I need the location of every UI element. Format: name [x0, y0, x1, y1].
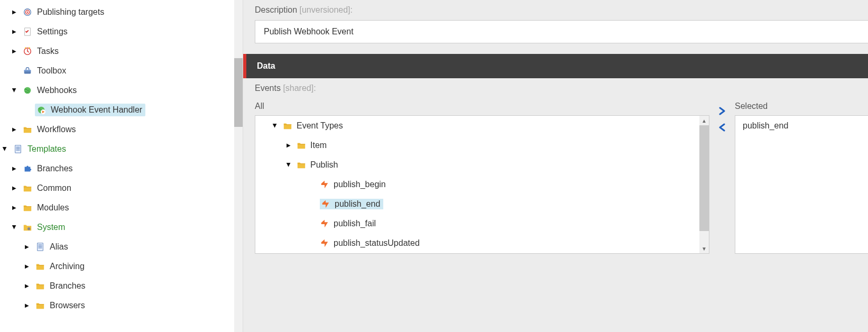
- tree-item-label: Settings: [37, 27, 68, 36]
- svg-point-5: [25, 47, 26, 49]
- dual-list-selected-column: Selected publish_end: [735, 102, 868, 254]
- event-tree-item-label: publish_fail: [334, 219, 376, 228]
- tree-item-workflows[interactable]: Workflows: [0, 119, 243, 139]
- dual-list-all-column: All Event TypesItemPublishpublish_beginp…: [255, 102, 709, 254]
- svg-rect-8: [24, 70, 31, 71]
- folder-icon: [22, 124, 33, 135]
- tree-item-label: Branches: [50, 281, 86, 291]
- event-tree-item-label: publish_end: [335, 199, 380, 209]
- tree-item-archiving[interactable]: Archiving: [0, 256, 243, 276]
- event-tree-item-label: Item: [310, 141, 327, 150]
- tree-item-alias[interactable]: Alias: [0, 237, 243, 256]
- caret-right-icon[interactable]: [11, 126, 18, 132]
- description-flag: [unversioned]: [299, 5, 350, 14]
- selected-items-box[interactable]: publish_end: [735, 115, 868, 254]
- event-tree-item-publish[interactable]: Publish: [255, 155, 709, 174]
- all-title: All: [255, 102, 709, 111]
- caret-down-icon[interactable]: [11, 224, 18, 230]
- event-tree-item-event-types[interactable]: Event Types: [255, 116, 709, 135]
- content-tree-sidebar: Publishing targetsSettingsTasksToolboxWe…: [0, 0, 243, 332]
- caret-down-icon[interactable]: [271, 123, 279, 128]
- caret-right-icon[interactable]: [11, 185, 18, 191]
- scrollbar-thumb[interactable]: [234, 58, 243, 127]
- caret-right-icon[interactable]: [11, 29, 18, 34]
- events-label: Events [shared]:: [255, 84, 868, 93]
- description-field-group: Description [unversioned]:: [243, 0, 868, 54]
- scroll-down-icon[interactable]: ▼: [699, 244, 709, 253]
- caret-right-icon[interactable]: [11, 205, 18, 210]
- svg-point-6: [29, 47, 30, 49]
- event-icon: [320, 238, 329, 248]
- description-label: Description [unversioned]:: [255, 5, 868, 15]
- caret-right-icon[interactable]: [11, 48, 18, 54]
- tree-item-label: Branches: [37, 164, 73, 173]
- events-field-group: Events [shared]:: [243, 78, 868, 102]
- tree-item-webhook-event-handler[interactable]: Webhook Event Handler: [0, 100, 243, 119]
- event-tree-item-publish-begin[interactable]: publish_begin: [255, 174, 709, 194]
- tree-item-common[interactable]: Common: [0, 178, 243, 198]
- move-right-button[interactable]: [717, 106, 727, 118]
- toolbox-icon: [22, 66, 33, 76]
- svg-rect-12: [15, 145, 21, 152]
- tree-item-webhooks[interactable]: Webhooks: [0, 80, 243, 100]
- event-tree-item-publish-statusupdated[interactable]: publish_statusUpdated: [255, 233, 709, 253]
- tree-item-settings[interactable]: Settings: [0, 22, 243, 41]
- doc-icon: [13, 144, 23, 154]
- events-tree[interactable]: Event TypesItemPublishpublish_beginpubli…: [255, 116, 709, 253]
- caret-right-icon[interactable]: [23, 263, 31, 269]
- tree-item-label: Toolbox: [37, 66, 66, 76]
- event-tree-item-label: Event Types: [297, 121, 343, 131]
- chevron-left-icon: [718, 123, 726, 132]
- event-tree-item-publish-end[interactable]: publish_end: [255, 194, 709, 214]
- tree-item-toolbox[interactable]: Toolbox: [0, 61, 243, 80]
- caret-down-icon[interactable]: [1, 146, 8, 152]
- tree-item-tasks[interactable]: Tasks: [0, 41, 243, 61]
- event-icon: [320, 180, 329, 189]
- selected-item[interactable]: publish_end: [743, 121, 861, 131]
- tree-item-label: Browsers: [50, 301, 85, 310]
- tree-item-label: Archiving: [50, 262, 85, 271]
- selected-title: Selected: [735, 102, 868, 111]
- caret-right-icon[interactable]: [23, 283, 31, 289]
- caret-right-icon[interactable]: [11, 9, 18, 15]
- tree-item-modules[interactable]: Modules: [0, 198, 243, 217]
- tree-item-templates[interactable]: Templates: [0, 139, 243, 159]
- checkdoc-icon: [22, 26, 33, 37]
- section-header-data[interactable]: Data: [243, 54, 868, 78]
- description-label-text: Description: [255, 5, 297, 14]
- event-tree-item-item[interactable]: Item: [255, 135, 709, 155]
- tree-item-label: Workflows: [37, 125, 76, 134]
- tree-item-label: System: [37, 223, 65, 232]
- tree-item-label: Tasks: [37, 47, 59, 56]
- tree-item-branches[interactable]: Branches: [0, 159, 243, 178]
- tree-item-label: Publishing targets: [37, 7, 104, 17]
- tree-item-browsers[interactable]: Browsers: [0, 296, 243, 315]
- event-icon: [321, 199, 330, 209]
- folder-icon: [35, 300, 45, 311]
- content-tree[interactable]: Publishing targetsSettingsTasksToolboxWe…: [0, 2, 243, 315]
- sidebar-scrollbar[interactable]: [234, 0, 243, 332]
- tree-item-branches[interactable]: Branches: [0, 276, 243, 296]
- caret-right-icon[interactable]: [23, 244, 31, 250]
- events-flag: [shared]: [283, 84, 313, 93]
- all-items-box[interactable]: Event TypesItemPublishpublish_beginpubli…: [255, 115, 709, 254]
- all-box-scrollbar[interactable]: ▲ ▼: [699, 116, 709, 253]
- tree-item-system[interactable]: System: [0, 217, 243, 237]
- event-tree-item-publish-fail[interactable]: publish_fail: [255, 214, 709, 233]
- caret-down-icon[interactable]: [285, 162, 292, 168]
- dual-list-move-buttons: [717, 102, 727, 134]
- clock-icon: [22, 46, 33, 57]
- event-tree-item-label: Publish: [310, 160, 338, 170]
- caret-right-icon[interactable]: [11, 165, 18, 171]
- editor-pane: Description [unversioned]: Data Events […: [243, 0, 868, 332]
- globe-icon: [22, 85, 33, 96]
- caret-right-icon[interactable]: [285, 142, 292, 148]
- tree-item-publishing-targets[interactable]: Publishing targets: [0, 2, 243, 22]
- events-label-text: Events: [255, 84, 281, 93]
- caret-right-icon[interactable]: [23, 302, 31, 308]
- move-left-button[interactable]: [717, 122, 727, 134]
- caret-down-icon[interactable]: [11, 87, 18, 93]
- scroll-up-icon[interactable]: ▲: [699, 116, 709, 125]
- description-input[interactable]: [255, 20, 868, 43]
- all-box-scroll-thumb[interactable]: [699, 125, 709, 231]
